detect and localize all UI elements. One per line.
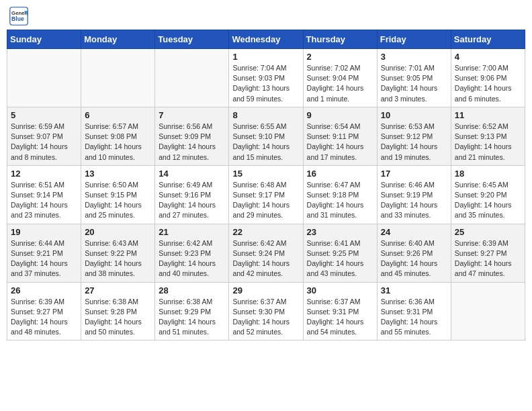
calendar-cell — [7, 49, 81, 107]
calendar-cell: 7Sunrise: 6:56 AM Sunset: 9:09 PM Daylig… — [155, 107, 229, 165]
day-info: Sunrise: 6:38 AM Sunset: 9:29 PM Dayligh… — [159, 297, 225, 338]
calendar-cell: 5Sunrise: 6:59 AM Sunset: 9:07 PM Daylig… — [7, 107, 81, 165]
calendar-cell: 12Sunrise: 6:51 AM Sunset: 9:14 PM Dayli… — [7, 165, 81, 224]
day-number: 13 — [85, 169, 151, 179]
calendar-cell: 11Sunrise: 6:52 AM Sunset: 9:13 PM Dayli… — [451, 107, 525, 165]
calendar-cell: 21Sunrise: 6:42 AM Sunset: 9:23 PM Dayli… — [155, 224, 229, 282]
calendar-cell: 14Sunrise: 6:49 AM Sunset: 9:16 PM Dayli… — [155, 165, 229, 224]
day-info: Sunrise: 7:01 AM Sunset: 9:05 PM Dayligh… — [381, 63, 447, 104]
calendar-cell: 23Sunrise: 6:41 AM Sunset: 9:25 PM Dayli… — [303, 224, 377, 282]
calendar-week-2: 5Sunrise: 6:59 AM Sunset: 9:07 PM Daylig… — [7, 107, 525, 165]
day-number: 2 — [307, 52, 373, 62]
calendar-cell — [81, 49, 155, 107]
day-number: 8 — [232, 110, 299, 120]
day-number: 9 — [307, 110, 373, 120]
day-number: 11 — [455, 110, 521, 120]
weekday-header-monday: Monday — [81, 30, 155, 49]
calendar-week-5: 26Sunrise: 6:39 AM Sunset: 9:27 PM Dayli… — [7, 282, 525, 340]
day-number: 12 — [11, 169, 77, 179]
day-info: Sunrise: 6:44 AM Sunset: 9:21 PM Dayligh… — [11, 238, 77, 279]
calendar-cell: 10Sunrise: 6:53 AM Sunset: 9:12 PM Dayli… — [377, 107, 451, 165]
calendar-week-3: 12Sunrise: 6:51 AM Sunset: 9:14 PM Dayli… — [7, 165, 525, 224]
day-number: 19 — [11, 227, 77, 237]
day-number: 29 — [232, 285, 299, 295]
day-number: 30 — [307, 285, 373, 295]
day-info: Sunrise: 6:43 AM Sunset: 9:22 PM Dayligh… — [85, 238, 151, 279]
day-number: 10 — [381, 110, 447, 120]
day-number: 15 — [232, 169, 299, 179]
day-info: Sunrise: 6:56 AM Sunset: 9:09 PM Dayligh… — [159, 122, 225, 163]
day-number: 14 — [159, 169, 225, 179]
calendar-cell: 15Sunrise: 6:48 AM Sunset: 9:17 PM Dayli… — [229, 165, 303, 224]
day-info: Sunrise: 6:42 AM Sunset: 9:24 PM Dayligh… — [232, 238, 299, 279]
calendar-cell: 18Sunrise: 6:45 AM Sunset: 9:20 PM Dayli… — [451, 165, 525, 224]
day-number: 27 — [85, 285, 151, 295]
day-number: 21 — [159, 227, 225, 237]
calendar-cell: 28Sunrise: 6:38 AM Sunset: 9:29 PM Dayli… — [155, 282, 229, 340]
weekday-header-sunday: Sunday — [7, 30, 81, 49]
day-info: Sunrise: 6:38 AM Sunset: 9:28 PM Dayligh… — [85, 297, 151, 338]
day-info: Sunrise: 7:02 AM Sunset: 9:04 PM Dayligh… — [307, 63, 373, 104]
calendar-cell: 13Sunrise: 6:50 AM Sunset: 9:15 PM Dayli… — [81, 165, 155, 224]
day-info: Sunrise: 6:39 AM Sunset: 9:27 PM Dayligh… — [455, 238, 521, 279]
svg-text:Blue: Blue — [11, 15, 24, 22]
day-number: 16 — [307, 169, 373, 179]
logo-icon: General Blue — [9, 7, 28, 26]
logo: General Blue — [9, 7, 28, 26]
day-info: Sunrise: 6:53 AM Sunset: 9:12 PM Dayligh… — [381, 122, 447, 163]
day-info: Sunrise: 6:46 AM Sunset: 9:19 PM Dayligh… — [381, 180, 447, 221]
weekday-header-thursday: Thursday — [303, 30, 377, 49]
calendar-cell — [155, 49, 229, 107]
calendar-cell: 26Sunrise: 6:39 AM Sunset: 9:27 PM Dayli… — [7, 282, 81, 340]
calendar-cell: 4Sunrise: 7:00 AM Sunset: 9:06 PM Daylig… — [451, 49, 525, 107]
day-info: Sunrise: 7:04 AM Sunset: 9:03 PM Dayligh… — [232, 63, 299, 104]
day-number: 28 — [159, 285, 225, 295]
day-info: Sunrise: 6:59 AM Sunset: 9:07 PM Dayligh… — [11, 122, 77, 163]
day-number: 5 — [11, 110, 77, 120]
day-number: 20 — [85, 227, 151, 237]
day-number: 4 — [455, 52, 521, 62]
calendar-cell: 3Sunrise: 7:01 AM Sunset: 9:05 PM Daylig… — [377, 49, 451, 107]
day-number: 26 — [11, 285, 77, 295]
calendar-cell: 31Sunrise: 6:36 AM Sunset: 9:31 PM Dayli… — [377, 282, 451, 340]
page-header: General Blue — [7, 7, 525, 26]
calendar-cell: 1Sunrise: 7:04 AM Sunset: 9:03 PM Daylig… — [229, 49, 303, 107]
day-info: Sunrise: 6:41 AM Sunset: 9:25 PM Dayligh… — [307, 238, 373, 279]
day-info: Sunrise: 6:36 AM Sunset: 9:31 PM Dayligh… — [381, 297, 447, 338]
day-info: Sunrise: 6:54 AM Sunset: 9:11 PM Dayligh… — [307, 122, 373, 163]
calendar-cell — [451, 282, 525, 340]
weekday-header-row: SundayMondayTuesdayWednesdayThursdayFrid… — [7, 30, 525, 49]
calendar-cell: 29Sunrise: 6:37 AM Sunset: 9:30 PM Dayli… — [229, 282, 303, 340]
day-info: Sunrise: 6:55 AM Sunset: 9:10 PM Dayligh… — [232, 122, 299, 163]
day-info: Sunrise: 6:37 AM Sunset: 9:30 PM Dayligh… — [232, 297, 299, 338]
day-info: Sunrise: 6:51 AM Sunset: 9:14 PM Dayligh… — [11, 180, 77, 221]
calendar-cell: 30Sunrise: 6:37 AM Sunset: 9:31 PM Dayli… — [303, 282, 377, 340]
calendar-cell: 20Sunrise: 6:43 AM Sunset: 9:22 PM Dayli… — [81, 224, 155, 282]
day-number: 7 — [159, 110, 225, 120]
day-number: 24 — [381, 227, 447, 237]
day-info: Sunrise: 6:49 AM Sunset: 9:16 PM Dayligh… — [159, 180, 225, 221]
day-info: Sunrise: 6:37 AM Sunset: 9:31 PM Dayligh… — [307, 297, 373, 338]
day-number: 6 — [85, 110, 151, 120]
calendar-cell: 16Sunrise: 6:47 AM Sunset: 9:18 PM Dayli… — [303, 165, 377, 224]
weekday-header-friday: Friday — [377, 30, 451, 49]
day-info: Sunrise: 7:00 AM Sunset: 9:06 PM Dayligh… — [455, 63, 521, 104]
day-info: Sunrise: 6:57 AM Sunset: 9:08 PM Dayligh… — [85, 122, 151, 163]
day-number: 3 — [381, 52, 447, 62]
calendar-table: SundayMondayTuesdayWednesdayThursdayFrid… — [7, 30, 525, 340]
day-number: 25 — [455, 227, 521, 237]
calendar-week-4: 19Sunrise: 6:44 AM Sunset: 9:21 PM Dayli… — [7, 224, 525, 282]
day-number: 1 — [232, 52, 299, 62]
day-number: 17 — [381, 169, 447, 179]
day-number: 31 — [381, 285, 447, 295]
day-info: Sunrise: 6:52 AM Sunset: 9:13 PM Dayligh… — [455, 122, 521, 163]
calendar-cell: 22Sunrise: 6:42 AM Sunset: 9:24 PM Dayli… — [229, 224, 303, 282]
calendar-cell: 17Sunrise: 6:46 AM Sunset: 9:19 PM Dayli… — [377, 165, 451, 224]
weekday-header-tuesday: Tuesday — [155, 30, 229, 49]
calendar-cell: 27Sunrise: 6:38 AM Sunset: 9:28 PM Dayli… — [81, 282, 155, 340]
calendar-cell: 19Sunrise: 6:44 AM Sunset: 9:21 PM Dayli… — [7, 224, 81, 282]
calendar-week-1: 1Sunrise: 7:04 AM Sunset: 9:03 PM Daylig… — [7, 49, 525, 107]
weekday-header-wednesday: Wednesday — [229, 30, 303, 49]
calendar-cell: 25Sunrise: 6:39 AM Sunset: 9:27 PM Dayli… — [451, 224, 525, 282]
day-info: Sunrise: 6:50 AM Sunset: 9:15 PM Dayligh… — [85, 180, 151, 221]
